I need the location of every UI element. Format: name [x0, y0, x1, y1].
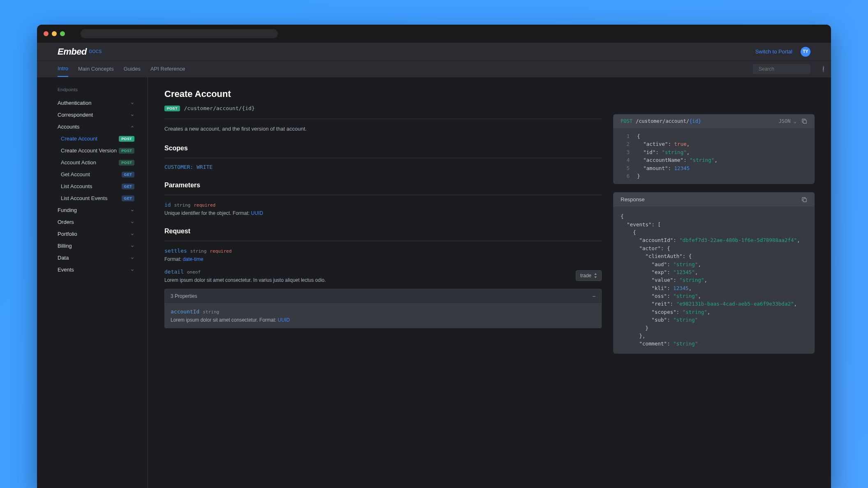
minimize-window-button[interactable]: [52, 31, 57, 36]
sidebar-item-account-action[interactable]: Account Action POST: [37, 157, 148, 168]
properties-count: 3 Properties: [171, 293, 197, 299]
properties-box: 3 Properties – accountId string Lorem ip…: [164, 289, 602, 328]
sidebar-item-list-accounts[interactable]: List Accounts GET: [37, 180, 148, 192]
code-column: POST /customer/account/{id} JSON ⌄ 1{2 "…: [613, 89, 815, 362]
sidebar-item-create-account[interactable]: Create Account POST: [37, 133, 148, 145]
search-box[interactable]: /: [753, 64, 810, 74]
method-badge: GET: [122, 172, 134, 177]
url-bar[interactable]: [81, 29, 278, 38]
app-window: Embed DOCS Switch to Portal TY Intro Mai…: [37, 25, 831, 488]
param-description: Lorem ipsum dolor sit amet consectetur. …: [164, 277, 326, 283]
method-badge: GET: [122, 196, 134, 201]
navbar: Intro Main Concepts Guides API Reference…: [37, 61, 831, 77]
parameters-heading: Parameters: [164, 182, 602, 189]
page-title: Create Account: [164, 89, 602, 99]
body: Endpoints Authentication Correspondent A…: [37, 77, 831, 488]
nav-guides[interactable]: Guides: [124, 61, 141, 76]
sidebar-item-billing[interactable]: Billing: [37, 240, 148, 252]
search-shortcut-hint: /: [823, 66, 824, 72]
close-window-button[interactable]: [44, 31, 48, 36]
sidebar-item-get-account[interactable]: Get Account GET: [37, 168, 148, 180]
logo-subtitle: DOCS: [89, 49, 102, 54]
code-header: Response: [613, 192, 815, 207]
svg-rect-3: [803, 198, 806, 202]
param-name: accountId: [171, 308, 199, 315]
param-description: Unique identifier for the object. Format…: [164, 210, 602, 216]
sidebar-item-data[interactable]: Data: [37, 252, 148, 264]
sidebar-item-label: Orders: [58, 219, 74, 225]
chevron-down-icon: [130, 256, 134, 260]
sidebar-item-label: Create Account Version: [61, 147, 117, 154]
param-name: detail: [164, 269, 184, 275]
divider: [164, 158, 602, 158]
maximize-window-button[interactable]: [60, 31, 65, 36]
param-detail: detail oneof Lorem ipsum dolor sit amet …: [164, 269, 602, 283]
param-type: oneof: [187, 269, 201, 275]
uuid-link[interactable]: UUID: [251, 210, 263, 216]
nav-api-reference[interactable]: API Reference: [150, 61, 185, 76]
copy-icon[interactable]: [801, 197, 807, 203]
sidebar-item-list-account-events[interactable]: List Account Events GET: [37, 192, 148, 204]
request-heading: Request: [164, 228, 602, 235]
param-type: string: [190, 249, 207, 254]
scopes-heading: Scopes: [164, 145, 602, 152]
scope-value: CUSTOMER: WRITE: [164, 164, 602, 170]
copy-icon[interactable]: [801, 118, 807, 124]
sidebar-section-label: Endpoints: [37, 87, 148, 97]
logo: Embed: [58, 46, 87, 57]
sidebar-item-accounts[interactable]: Accounts: [37, 121, 148, 133]
param-id: id string required Unique identifier for…: [164, 202, 602, 216]
date-time-link[interactable]: date-time: [183, 256, 203, 262]
sidebar-item-orders[interactable]: Orders: [37, 216, 148, 228]
main-content: Create Account POST /customer/account/{i…: [148, 77, 831, 488]
request-code-card: POST /customer/account/{id} JSON ⌄ 1{2 "…: [613, 114, 815, 184]
code-header: POST /customer/account/{id} JSON ⌄: [613, 114, 815, 128]
sidebar-item-funding[interactable]: Funding: [37, 204, 148, 216]
divider: [164, 241, 602, 241]
sidebar-item-label: Account Action: [61, 159, 96, 166]
chevron-down-icon: [130, 220, 134, 224]
chevron-down-icon: [130, 244, 134, 248]
sidebar: Endpoints Authentication Correspondent A…: [37, 77, 148, 488]
chevron-down-icon: [130, 232, 134, 236]
nav-intro[interactable]: Intro: [58, 61, 68, 77]
detail-type-select[interactable]: trade: [576, 270, 602, 281]
sidebar-item-label: Portfolio: [58, 231, 77, 237]
uuid-link[interactable]: UUID: [278, 317, 290, 323]
sidebar-item-label: Funding: [58, 207, 77, 213]
app-header: Embed DOCS Switch to Portal TY: [37, 43, 831, 61]
code-path: /customer/account/{id}: [636, 118, 701, 124]
divider: [164, 119, 602, 119]
sidebar-item-create-account-version[interactable]: Create Account Version POST: [37, 145, 148, 157]
format-select[interactable]: JSON ⌄: [779, 118, 796, 124]
chevron-down-icon: ⌄: [794, 118, 796, 124]
switch-to-portal-link[interactable]: Switch to Portal: [755, 48, 792, 55]
method-badge: GET: [122, 184, 134, 189]
code-body: 1{2 "active": true,3 "id": "string",4 "a…: [613, 128, 815, 184]
response-code-card: Response { "events": [ { "accountId": "d…: [613, 192, 815, 353]
sort-icon: [594, 273, 597, 278]
method-badge: POST: [164, 106, 180, 111]
properties-header[interactable]: 3 Properties –: [165, 289, 601, 304]
search-input[interactable]: [759, 66, 820, 72]
titlebar: [37, 25, 831, 43]
endpoint-path: /customer/account/{id}: [184, 105, 255, 111]
properties-body: accountId string Lorem ipsum dolor sit a…: [165, 304, 601, 328]
chevron-down-icon: [130, 113, 134, 117]
sidebar-item-label: Accounts: [58, 124, 79, 130]
sidebar-item-correspondent[interactable]: Correspondent: [37, 109, 148, 121]
sidebar-item-authentication[interactable]: Authentication: [37, 97, 148, 109]
param-type: string: [203, 309, 219, 315]
nav-main-concepts[interactable]: Main Concepts: [78, 61, 114, 76]
method-badge: POST: [119, 136, 134, 142]
avatar[interactable]: TY: [801, 47, 810, 57]
code-method: POST: [621, 118, 633, 124]
param-description: Format: date-time: [164, 256, 602, 262]
sidebar-item-label: Create Account: [61, 136, 97, 142]
param-required: required: [210, 249, 232, 254]
sidebar-item-label: Events: [58, 267, 74, 273]
sidebar-item-label: List Accounts: [61, 183, 92, 189]
chevron-down-icon: [130, 101, 134, 105]
sidebar-item-events[interactable]: Events: [37, 264, 148, 276]
sidebar-item-portfolio[interactable]: Portfolio: [37, 228, 148, 240]
